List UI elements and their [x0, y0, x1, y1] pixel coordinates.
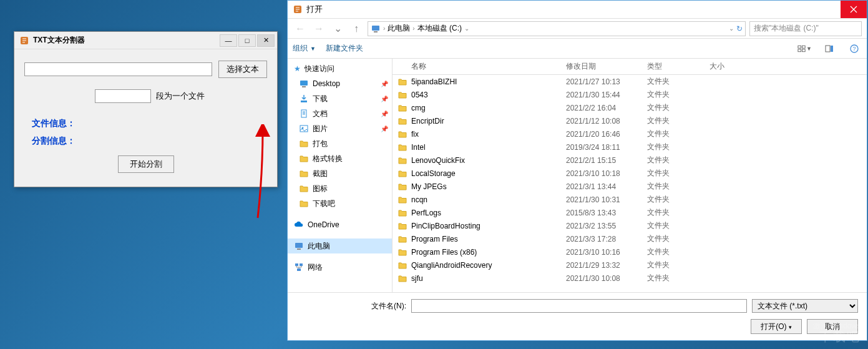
dialog-close-button[interactable] [841, 1, 867, 18]
segment-label: 段为一个文件 [156, 91, 205, 102]
folder-icon [397, 169, 407, 179]
file-name: Program Files [411, 235, 458, 243]
file-name: PerfLogs [411, 209, 441, 217]
sidebar-item-文档[interactable]: 文档📌 [288, 106, 392, 121]
sidebar-this-pc[interactable]: 此电脑 [288, 238, 392, 253]
filename-label: 文件名(N): [371, 301, 406, 312]
pin-icon: 📌 [381, 125, 388, 132]
network-icon [294, 262, 304, 272]
sidebar-item-Desktop[interactable]: Desktop📌 [288, 76, 392, 91]
folder-icon [299, 154, 309, 164]
sidebar: ★ 快速访问 Desktop📌下载📌文档📌图片📌打包格式转换截图图标下载吧 On… [288, 59, 393, 292]
select-file-button[interactable]: 选择文本 [218, 61, 267, 78]
column-size[interactable]: 大小 [705, 59, 754, 74]
column-type[interactable]: 类型 [642, 59, 705, 74]
breadcrumb-dropdown-icon[interactable]: ⌄ [729, 25, 734, 32]
sidebar-item-截图[interactable]: 截图 [288, 166, 392, 181]
sidebar-item-下载吧[interactable]: 下载吧 [288, 196, 392, 211]
nav-forward-button[interactable]: → [311, 21, 326, 36]
sidebar-network[interactable]: 网络 [288, 260, 392, 275]
close-button[interactable]: ✕ [257, 34, 275, 47]
sidebar-item-图标[interactable]: 图标 [288, 181, 392, 196]
nav-back-button[interactable]: ← [293, 21, 308, 36]
svg-rect-13 [302, 86, 306, 87]
file-row[interactable]: fix2021/1/20 16:46文件夹 [393, 127, 867, 140]
documents-icon [299, 109, 309, 119]
file-info-label: 文件信息： [32, 118, 267, 129]
file-type: 文件夹 [642, 116, 705, 126]
sidebar-item-下载[interactable]: 下载📌 [288, 91, 392, 106]
maximize-button[interactable]: □ [238, 34, 256, 47]
file-name: ncqn [411, 195, 427, 204]
svg-rect-18 [295, 243, 303, 248]
file-name: PinClipBoardHosting [411, 222, 480, 230]
file-date: 2021/3/1 13:44 [561, 182, 642, 191]
breadcrumb-part[interactable]: 此电脑 [388, 23, 410, 34]
file-row[interactable]: sjfu2021/1/30 10:08文件夹 [393, 272, 867, 285]
file-type: 文件夹 [642, 76, 705, 87]
sidebar-item-label: 文档 [313, 109, 328, 119]
file-date: 2021/1/20 16:46 [561, 130, 642, 139]
new-folder-button[interactable]: 新建文件夹 [326, 43, 363, 54]
app-icon [19, 36, 29, 46]
svg-rect-20 [295, 263, 298, 266]
file-name: QiangliAndroidRecovery [411, 261, 492, 270]
folder-icon [397, 77, 407, 87]
file-row[interactable]: ncqn2021/1/30 10:31文件夹 [393, 193, 867, 206]
search-input[interactable]: 搜索"本地磁盘 (C:)" [749, 21, 862, 36]
sidebar-onedrive[interactable]: OneDrive [288, 217, 392, 232]
minimize-button[interactable]: — [220, 34, 237, 47]
sidebar-item-图片[interactable]: 图片📌 [288, 121, 392, 136]
file-date: 2021/1/12 10:08 [561, 117, 642, 125]
nav-recent-button[interactable]: ⌄ [330, 21, 345, 36]
start-split-button[interactable]: 开始分割 [118, 155, 174, 173]
file-row[interactable]: 05432021/1/30 15:44文件夹 [393, 88, 867, 101]
file-row[interactable]: Intel2019/3/24 18:11文件夹 [393, 140, 867, 154]
file-row[interactable]: My JPEGs2021/3/1 13:44文件夹 [393, 180, 867, 193]
sidebar-quick-access[interactable]: ★ 快速访问 [288, 61, 392, 76]
file-row[interactable]: QiangliAndroidRecovery2021/1/29 13:32文件夹 [393, 258, 867, 272]
sidebar-item-label: 下载吧 [313, 199, 335, 209]
breadcrumb[interactable]: › 此电脑 › 本地磁盘 (C:) ⌄ ⌄ ↻ [368, 21, 746, 36]
breadcrumb-part[interactable]: 本地磁盘 (C:) [417, 23, 462, 34]
sidebar-item-格式转换[interactable]: 格式转换 [288, 151, 392, 166]
column-name[interactable]: 名称 [393, 59, 561, 74]
open-button[interactable]: 打开(O) ▾ [751, 319, 802, 334]
column-date[interactable]: 修改日期 [561, 59, 642, 74]
filename-input[interactable] [411, 299, 747, 313]
organize-button[interactable]: 组织▼ [293, 43, 316, 54]
svg-rect-6 [798, 49, 801, 51]
file-date: 2021/1/30 10:08 [561, 274, 642, 283]
file-path-input[interactable] [24, 62, 212, 76]
txt-titlebar: TXT文本分割器 — □ ✕ [14, 32, 277, 49]
file-row[interactable]: PinClipBoardHosting2021/3/2 13:55文件夹 [393, 219, 867, 232]
folder-icon [397, 103, 407, 113]
file-list: 名称 修改日期 类型 大小 5ipandaBIZHI2021/1/27 10:1… [393, 59, 867, 292]
file-type: 文件夹 [642, 233, 705, 244]
file-row[interactable]: Program Files2021/3/3 17:28文件夹 [393, 232, 867, 245]
pc-icon [371, 24, 381, 34]
file-row[interactable]: 5ipandaBIZHI2021/1/27 10:13文件夹 [393, 75, 867, 88]
sidebar-item-label: Desktop [313, 79, 340, 88]
sidebar-item-打包[interactable]: 打包 [288, 136, 392, 151]
file-name: sjfu [411, 274, 423, 283]
file-filter-select[interactable]: 文本文件 (*.txt) [752, 299, 858, 313]
file-row[interactable]: PerfLogs2015/8/3 13:43文件夹 [393, 206, 867, 219]
folder-icon [397, 234, 407, 244]
file-row[interactable]: LocalStorage2021/3/10 10:18文件夹 [393, 167, 867, 180]
file-row[interactable]: Program Files (x86)2021/3/10 10:16文件夹 [393, 245, 867, 258]
folder-icon [299, 184, 309, 194]
segment-count-input[interactable] [95, 89, 151, 103]
file-type: 文件夹 [642, 129, 705, 139]
refresh-icon[interactable]: ↻ [736, 24, 743, 33]
nav-up-button[interactable]: ↑ [349, 21, 364, 36]
file-name: LenovoQuickFix [411, 156, 465, 165]
preview-pane-button[interactable] [822, 41, 837, 56]
file-date: 2021/3/10 10:18 [561, 169, 642, 178]
file-row[interactable]: cmg2021/2/2 16:04文件夹 [393, 101, 867, 114]
folder-icon [397, 273, 407, 283]
help-button[interactable]: ? [847, 41, 862, 56]
file-row[interactable]: LenovoQuickFix2021/2/1 15:15文件夹 [393, 154, 867, 167]
view-options-button[interactable]: ▼ [797, 41, 812, 56]
file-row[interactable]: EncriptDir2021/1/12 10:08文件夹 [393, 114, 867, 127]
